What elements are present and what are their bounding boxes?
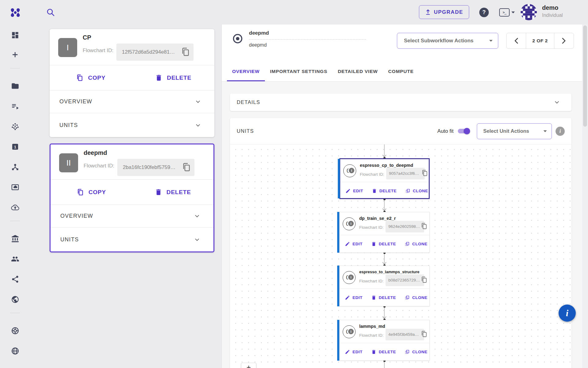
bank-icon[interactable] xyxy=(8,232,22,245)
copy-subworkflow-button[interactable]: COPY xyxy=(51,180,132,205)
pencil-icon xyxy=(345,349,350,355)
copy-subworkflow-button[interactable]: COPY xyxy=(50,65,132,90)
trash-icon xyxy=(155,74,163,82)
copy-id-icon[interactable] xyxy=(181,47,190,57)
unit-card-lammps-md[interactable]: 04 i lammps_md Flowchart ID: 4e945f3b459… xyxy=(339,320,430,361)
delete-unit-button[interactable]: DELETE xyxy=(371,241,396,247)
materials-dots-icon[interactable] xyxy=(8,120,22,133)
copy-id-icon[interactable] xyxy=(420,222,428,230)
flowchart-id-field[interactable]: b08d72365729… xyxy=(386,274,424,286)
delete-subworkflow-button[interactable]: DELETE xyxy=(132,65,214,90)
media-image-icon[interactable] xyxy=(8,180,22,194)
overview-section-toggle[interactable]: OVERVIEW xyxy=(50,90,214,113)
units-info-icon[interactable]: i xyxy=(556,127,565,136)
clone-unit-button[interactable]: CLONE xyxy=(405,188,428,194)
unit-card-espresso-to-lammps-structure[interactable]: 03 i espresso_to_lammps_structure Flowch… xyxy=(339,266,430,306)
flowchart-id-field[interactable]: 4e945f3b459a… xyxy=(386,329,424,340)
clone-unit-button[interactable]: CLONE xyxy=(405,241,428,247)
flowchart-id-label: Flowchart ID: xyxy=(84,163,114,169)
copy-id-icon[interactable] xyxy=(420,330,428,338)
unit-info-badge[interactable]: i xyxy=(348,328,354,335)
unit-card-dp-train-se-e2-r[interactable]: 02 i dp_train_se_e2_r Flowchart ID: 9624… xyxy=(339,212,430,253)
copy-id-icon[interactable] xyxy=(420,276,428,283)
delete-subworkflow-button[interactable]: DELETE xyxy=(132,180,213,205)
console-menu-button[interactable]: >_ xyxy=(499,8,515,17)
globe-icon[interactable] xyxy=(8,293,22,306)
user-plan: Individual xyxy=(542,13,563,18)
app-logo-icon[interactable] xyxy=(10,7,21,18)
copy-id-icon[interactable] xyxy=(182,162,191,172)
scrollbar-thumb[interactable] xyxy=(583,25,587,127)
flowchart-id-label: Flowchart ID: xyxy=(360,172,384,177)
canvas-zoom-button[interactable]: + xyxy=(241,363,256,368)
tab-important-settings[interactable]: IMPORTANT SETTINGS xyxy=(265,61,333,81)
flowchart-canvas[interactable]: 01 i espresso_cp_to_deepmd Flowchart ID:… xyxy=(230,144,571,368)
topbar: UPGRADE ? >_ xyxy=(0,0,588,25)
edit-unit-button[interactable]: EDIT xyxy=(345,241,363,247)
workflow-title-block[interactable]: deepmd deepmd xyxy=(249,30,366,48)
units-section-toggle[interactable]: UNITS xyxy=(50,113,214,137)
flowchart-id-field[interactable]: 9057a42cc3f6… xyxy=(386,168,425,179)
one-badge-icon[interactable]: 1 xyxy=(8,140,22,153)
subworkflow-pager: 2 OF 2 xyxy=(506,33,574,49)
cloud-upload-icon[interactable] xyxy=(8,201,22,214)
delete-unit-button[interactable]: DELETE xyxy=(371,295,396,300)
unit-card-espresso-cp-to-deepmd[interactable]: 01 i espresso_cp_to_deepmd Flowchart ID:… xyxy=(339,158,430,199)
tab-detailed-view[interactable]: DETAILED VIEW xyxy=(333,61,383,81)
edit-unit-button[interactable]: EDIT xyxy=(345,188,363,194)
share-icon[interactable] xyxy=(8,272,22,286)
avatar[interactable] xyxy=(521,4,537,20)
help-button[interactable]: ? xyxy=(479,8,489,17)
delete-unit-button[interactable]: DELETE xyxy=(372,188,397,194)
units-section-toggle[interactable]: UNITS xyxy=(51,227,213,251)
unit-name: espresso_cp_to_deepmd xyxy=(360,163,413,168)
delete-unit-button[interactable]: DELETE xyxy=(371,349,396,355)
unit-status-stripe xyxy=(337,266,339,306)
flowchart-id-label: Flowchart ID: xyxy=(83,48,113,54)
clone-unit-button[interactable]: CLONE xyxy=(405,295,428,300)
unit-info-badge[interactable]: i xyxy=(348,220,354,227)
add-new-icon[interactable] xyxy=(8,48,22,61)
tab-overview[interactable]: OVERVIEW xyxy=(227,61,265,81)
pager-prev-button[interactable] xyxy=(507,33,526,48)
unit-info-badge[interactable]: i xyxy=(348,167,355,174)
tab-compute[interactable]: COMPUTE xyxy=(383,61,419,81)
chevron-down-icon xyxy=(194,122,202,129)
chevron-down-icon xyxy=(194,236,201,243)
subworkflow-title: deepmd xyxy=(84,149,107,156)
unit-info-badge[interactable]: i xyxy=(348,274,354,281)
support-wheel-icon[interactable] xyxy=(8,324,22,337)
edit-unit-button[interactable]: EDIT xyxy=(345,295,363,300)
select-unit-actions-dropdown[interactable]: Select Unit Actions xyxy=(477,123,552,139)
info-fab-button[interactable]: i xyxy=(559,305,576,322)
overview-section-toggle[interactable]: OVERVIEW xyxy=(51,205,213,227)
auto-fit-toggle[interactable] xyxy=(458,129,469,133)
details-panel-toggle[interactable]: DETAILS xyxy=(230,94,571,111)
upgrade-button[interactable]: UPGRADE xyxy=(419,5,469,19)
flowchart-id-field[interactable]: 9624e2602598… xyxy=(386,221,424,232)
flow-connector xyxy=(384,306,385,320)
workflow-tabs: OVERVIEW IMPORTANT SETTINGS DETAILED VIE… xyxy=(222,61,582,82)
folder-icon[interactable] xyxy=(8,79,22,93)
pencil-icon xyxy=(345,241,350,247)
user-menu[interactable]: demo Individual xyxy=(542,4,563,18)
edit-unit-button[interactable]: EDIT xyxy=(345,349,363,355)
dashboard-icon[interactable] xyxy=(8,28,22,42)
search-icon[interactable] xyxy=(46,8,55,17)
clone-icon xyxy=(405,295,410,300)
select-subworkflow-actions-dropdown[interactable]: Select Subworkflow Actions xyxy=(397,33,498,49)
subworkflow-card-cp[interactable]: I CP Flowchart ID: 12f572d6a5d294e81… CO… xyxy=(50,29,214,137)
copy-id-icon[interactable] xyxy=(421,169,428,177)
radio-selected-icon[interactable] xyxy=(232,33,243,44)
workflow-title[interactable]: deepmd xyxy=(249,30,366,40)
team-icon[interactable] xyxy=(8,252,22,266)
vertical-scrollbar[interactable] xyxy=(582,25,588,368)
jobs-list-icon[interactable] xyxy=(8,99,22,113)
rail-divider xyxy=(10,313,20,313)
subworkflow-card-deepmd[interactable]: II deepmd Flowchart ID: 2ba16fc190febf57… xyxy=(50,144,214,252)
identicon-image xyxy=(521,4,537,20)
clone-unit-button[interactable]: CLONE xyxy=(405,349,428,355)
explore-globe-icon[interactable] xyxy=(8,344,22,358)
workflow-hub-icon[interactable] xyxy=(8,160,22,174)
pager-next-button[interactable] xyxy=(554,33,574,48)
